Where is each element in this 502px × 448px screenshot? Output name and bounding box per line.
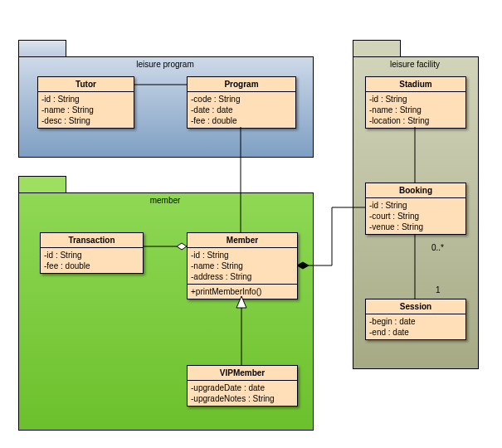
attr: -begin : date [369, 316, 462, 327]
package-label-member: member [18, 196, 312, 205]
class-attrs-session: -begin : date -end : date [366, 314, 465, 339]
attr: -end : date [369, 327, 462, 338]
attr: -date : date [191, 105, 292, 115]
class-session: Session -begin : date -end : date [365, 299, 466, 340]
attr: -id : String [191, 250, 294, 261]
attr: -desc : String [41, 115, 130, 126]
class-attrs-tutor: -id : String -name : String -desc : Stri… [38, 91, 134, 128]
class-title-transaction: Transaction [41, 233, 143, 247]
attr: -location : String [369, 115, 462, 126]
attr: -venue : String [369, 222, 462, 232]
class-attrs-stadium: -id : String -name : String -location : … [366, 91, 465, 128]
attr: -name : String [41, 105, 130, 115]
class-title-session: Session [366, 299, 465, 314]
class-transaction: Transaction -id : String -fee : double [40, 232, 144, 274]
class-attrs-transaction: -id : String -fee : double [41, 247, 143, 273]
class-booking: Booking -id : String -court : String -ve… [365, 183, 466, 235]
attr: -court : String [369, 211, 462, 222]
attr: -upgradeDate : date [191, 382, 294, 393]
class-ops-member: +printMemberInfo() [188, 284, 297, 299]
class-stadium: Stadium -id : String -name : String -loc… [365, 76, 466, 129]
class-title-member: Member [188, 233, 297, 247]
op: +printMemberInfo() [191, 286, 294, 297]
class-attrs-vipmember: -upgradeDate : date -upgradeNotes : Stri… [188, 380, 297, 406]
class-attrs-program: -code : String -date : date -fee : doubl… [188, 91, 295, 128]
attr: -name : String [191, 261, 294, 271]
class-title-stadium: Stadium [366, 77, 465, 91]
attr: -name : String [369, 105, 462, 115]
package-label-leisure-program: leisure program [18, 60, 312, 69]
class-member: Member -id : String -name : String -addr… [187, 232, 298, 299]
uml-diagram: { "packages": { "leisure_program": "leis… [0, 0, 502, 448]
class-title-vipmember: VIPMember [188, 366, 297, 380]
class-program: Program -code : String -date : date -fee… [187, 76, 296, 129]
class-tutor: Tutor -id : String -name : String -desc … [37, 76, 134, 129]
class-title-tutor: Tutor [38, 77, 134, 91]
package-tab-leisure-facility [353, 40, 401, 57]
class-attrs-member: -id : String -name : String -address : S… [188, 247, 297, 284]
attr: -address : String [191, 271, 294, 282]
attr: -code : String [191, 94, 292, 105]
class-title-booking: Booking [366, 183, 465, 197]
multiplicity-label: 1 [436, 285, 441, 295]
multiplicity-label: 0..* [431, 243, 444, 252]
attr: -id : String [369, 94, 462, 105]
attr: -fee : double [44, 261, 139, 271]
package-tab-leisure-program [18, 40, 66, 57]
package-label-leisure-facility: leisure facility [353, 60, 477, 69]
class-vipmember: VIPMember -upgradeDate : date -upgradeNo… [187, 365, 298, 407]
package-tab-member [18, 176, 66, 193]
attr: -upgradeNotes : String [191, 393, 294, 404]
class-title-program: Program [188, 77, 295, 91]
attr: -fee : double [191, 115, 292, 126]
attr: -id : String [369, 200, 462, 211]
attr: -id : String [41, 94, 130, 105]
class-attrs-booking: -id : String -court : String -venue : St… [366, 197, 465, 234]
attr: -id : String [44, 250, 139, 261]
